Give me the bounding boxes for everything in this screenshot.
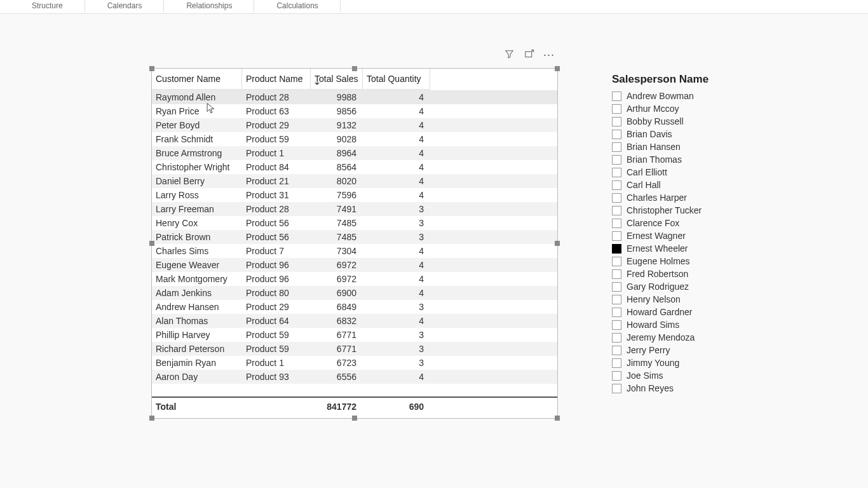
slicer-item[interactable]: Arthur Mccoy [612,102,777,115]
table-row[interactable]: Raymond AllenProduct 2899884 [152,90,557,104]
resize-handle[interactable] [555,241,560,246]
slicer-item[interactable]: Howard Sims [612,318,777,331]
checkbox-icon[interactable] [612,219,621,228]
slicer-item[interactable]: Howard Gardner [612,306,777,318]
checkbox-icon[interactable] [612,142,621,152]
checkbox-icon[interactable] [612,168,621,177]
slicer-item[interactable]: Brian Hansen [612,140,777,153]
table-row[interactable]: Mark MontgomeryProduct 9669724 [152,272,557,286]
checkbox-icon[interactable] [612,130,621,139]
table-row[interactable]: Phillip HarveyProduct 5967713 [152,328,557,342]
checkbox-icon[interactable] [612,257,621,266]
ribbon-group-calendars[interactable]: Calendars [85,0,165,11]
slicer-item[interactable]: Brian Davis [612,128,777,140]
more-options-icon[interactable]: ··· [543,49,555,62]
checkbox-icon[interactable] [612,104,621,114]
slicer-item-label: Bobby Russell [627,116,684,126]
checkbox-icon[interactable] [612,371,621,381]
column-header-customer[interactable]: Customer Name [152,69,242,90]
table-row[interactable]: Larry FreemanProduct 2874913 [152,202,557,216]
filter-icon[interactable] [504,49,515,62]
checkbox-icon[interactable] [612,193,621,203]
resize-handle[interactable] [555,416,560,421]
checkbox-icon[interactable] [612,155,621,165]
table-row[interactable]: Christopher WrightProduct 8485644 [152,160,557,174]
resize-handle[interactable] [149,241,154,246]
table-row[interactable]: Ryan PriceProduct 6398564 [152,104,557,118]
cell-product: Product 84 [242,160,311,174]
slicer-item[interactable]: Ernest Wagner [612,229,777,242]
table-row[interactable]: Frank SchmidtProduct 5990284 [152,132,557,146]
column-header-product[interactable]: Product Name [242,69,311,90]
ribbon-group-relationships[interactable]: Relationships [164,0,254,11]
table-row[interactable]: Benjamin RyanProduct 167233 [152,356,557,370]
checkbox-icon[interactable] [612,320,621,330]
slicer-item[interactable]: Andrew Bowman [612,90,777,102]
table-row[interactable]: Charles SimsProduct 773044 [152,244,557,258]
slicer-item[interactable]: Fred Robertson [612,268,777,280]
cell-quantity: 4 [363,104,430,118]
checkbox-icon[interactable] [612,384,621,393]
cell-sales: 6972 [311,272,363,286]
slicer-item[interactable]: Jimmy Young [612,356,777,369]
slicer-item[interactable]: Joe Sims [612,369,777,382]
resize-handle[interactable] [352,416,357,421]
checkbox-icon[interactable] [612,206,621,215]
checkbox-icon[interactable] [612,92,621,101]
slicer-item[interactable]: John Reyes [612,382,777,395]
table-visual-container[interactable]: ··· Customer Name Product Name Total Sal… [151,68,558,419]
table-row[interactable]: Adam JenkinsProduct 8069004 [152,286,557,300]
table-row[interactable]: Eugene WeaverProduct 9669724 [152,258,557,272]
table-row[interactable]: Patrick BrownProduct 5674853 [152,230,557,244]
slicer-item[interactable]: Henry Nelson [612,293,777,306]
checkbox-icon[interactable] [612,244,621,254]
checkbox-icon[interactable] [612,231,621,241]
table-visual[interactable]: Customer Name Product Name Total Sales T… [151,68,558,419]
slicer-item-label: Arthur Mccoy [627,104,679,114]
table-row[interactable]: Henry CoxProduct 5674853 [152,216,557,230]
salesperson-slicer[interactable]: Salesperson Name Andrew BowmanArthur Mcc… [612,68,777,395]
ribbon-group-structure[interactable]: Structure [25,0,85,11]
table-row[interactable]: Richard PetersonProduct 5967713 [152,342,557,356]
checkbox-icon[interactable] [612,308,621,317]
slicer-item-label: Ernest Wagner [627,231,686,241]
slicer-item[interactable]: Clarence Fox [612,217,777,229]
slicer-item[interactable]: Carl Elliott [612,166,777,179]
slicer-item[interactable]: Ernest Wheeler [612,242,777,255]
checkbox-icon[interactable] [612,269,621,279]
slicer-item[interactable]: Christopher Tucker [612,204,777,217]
slicer-item[interactable]: Carl Hall [612,179,777,191]
checkbox-icon[interactable] [612,295,621,304]
column-header-quantity[interactable]: Total Quantity [363,69,430,90]
cell-customer: Christopher Wright [152,160,242,174]
table-row[interactable]: Alan ThomasProduct 6468324 [152,314,557,328]
checkbox-icon[interactable] [612,117,621,126]
slicer-item[interactable]: Gary Rodriguez [612,280,777,293]
focus-mode-icon[interactable] [524,49,534,62]
table-row[interactable]: Bruce ArmstrongProduct 189644 [152,146,557,160]
checkbox-icon[interactable] [612,358,621,368]
table-row[interactable]: Larry RossProduct 3175964 [152,188,557,202]
cell-quantity: 3 [363,300,430,314]
cell-product: Product 31 [242,188,311,202]
table-row[interactable]: Peter BoydProduct 2991324 [152,118,557,132]
slicer-item[interactable]: Bobby Russell [612,115,777,128]
checkbox-icon[interactable] [612,180,621,190]
slicer-item[interactable]: Brian Thomas [612,153,777,166]
slicer-item[interactable]: Charles Harper [612,191,777,204]
column-header-sales[interactable]: Total Sales [311,69,363,90]
slicer-item[interactable]: Jeremy Mendoza [612,331,777,344]
cell-customer: Frank Schmidt [152,132,242,146]
slicer-item[interactable]: Jerry Perry [612,344,777,356]
table-body[interactable]: Raymond AllenProduct 2899884Ryan PricePr… [152,90,557,396]
ribbon-group-calculations[interactable]: Calculations [254,0,340,11]
table-row[interactable]: Andrew HansenProduct 2968493 [152,300,557,314]
slicer-item[interactable]: Eugene Holmes [612,255,777,268]
checkbox-icon[interactable] [612,333,621,342]
checkbox-icon[interactable] [612,282,621,292]
resize-handle[interactable] [149,416,154,421]
checkbox-icon[interactable] [612,346,621,355]
table-row[interactable]: Daniel BerryProduct 2180204 [152,174,557,188]
table-row[interactable]: Aaron DayProduct 9365564 [152,370,557,384]
resize-handle[interactable] [555,66,560,71]
